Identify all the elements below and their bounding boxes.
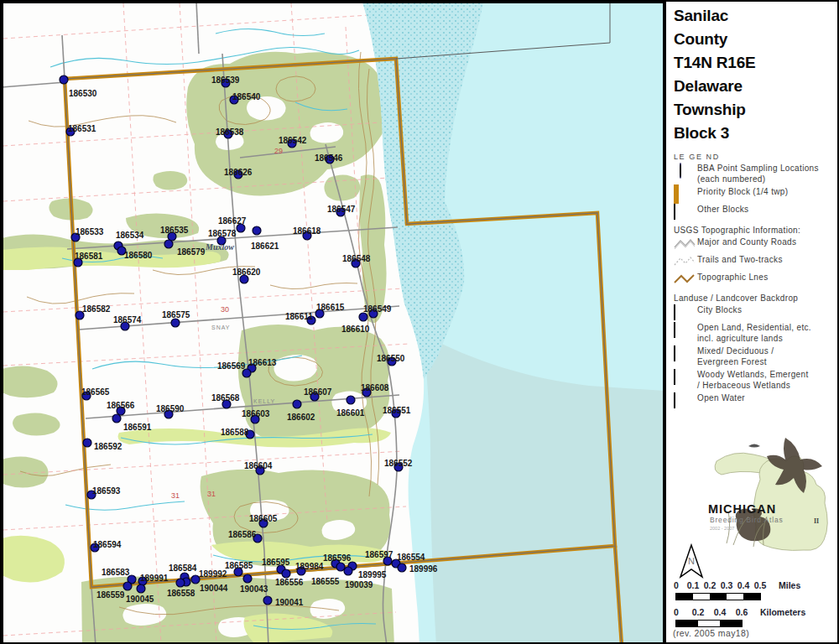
map-annotation: 31 (171, 491, 180, 500)
bba-point-label-186578: 186578 (208, 229, 237, 238)
bba-point-label-186556: 186556 (275, 578, 304, 587)
bba-point-label-186582: 186582 (82, 304, 111, 314)
map-title-line: Sanilac (674, 4, 839, 28)
bba-point-190043[interactable] (243, 574, 252, 583)
legend-label: Topographic Lnes (697, 273, 769, 283)
bba-point-186556[interactable] (282, 569, 290, 578)
legend-item-priority-block: Priority Block (1/4 twp) (674, 187, 839, 202)
bba-point-label-186535: 186535 (160, 226, 189, 235)
scale-unit-label: Miles (779, 580, 800, 590)
legend-item-other-blocks: Other Blocks (674, 205, 839, 220)
legend-landuse-heading: Landuse / Landcover Backdrop (674, 293, 839, 303)
scale-tick: 0.6 (736, 607, 748, 617)
logo-title: MICHIGAN (708, 502, 776, 516)
bba-point-label-186540: 186540 (232, 92, 261, 101)
bba-point-label-186533: 186533 (76, 227, 104, 236)
legend-label: Other Blocks (697, 205, 748, 216)
bba-point-label-186590: 186590 (156, 404, 185, 413)
scale-tick: 0.2 (692, 607, 705, 617)
wetland-swatch-icon (674, 369, 675, 385)
scale-tick: 0 (674, 580, 679, 590)
scale-tick: 0 (674, 607, 679, 617)
legend-label: / Herbaceous Wetlands (697, 381, 790, 390)
bba-point-label-186584: 186584 (169, 564, 197, 573)
legend-heading: LE GE ND (674, 153, 839, 161)
bba-point-label-186558: 186558 (167, 589, 195, 598)
bba-point-label-186605: 186605 (249, 514, 278, 523)
bba-point-186621[interactable] (253, 226, 261, 235)
bba-point-label-186547: 186547 (327, 205, 356, 214)
map-title-line: Block 3 (674, 122, 839, 145)
legend-label: BBA Point Sampling Locations (697, 164, 819, 173)
bba-point-label-186546: 186546 (315, 153, 343, 163)
legend-label: Evergreen Forest (697, 357, 767, 366)
scale-bar-miles-bar (675, 593, 761, 600)
bba-point-label-186620: 186620 (232, 267, 261, 277)
bba-point-label-186552: 186552 (384, 459, 413, 468)
bba-point-label-186594: 186594 (93, 540, 122, 549)
topo-map[interactable]: MuxlowSNAYKELLY30313129 1865301865311865… (2, 2, 664, 644)
bba-point-186530[interactable] (60, 75, 68, 84)
legend-label: (each numbered) (697, 174, 765, 184)
bba-point-label-186603: 186603 (242, 409, 270, 418)
bba-point-190039[interactable] (344, 567, 352, 575)
bba-point-label-190039: 190039 (345, 580, 373, 589)
bba-point-label-190045: 190045 (126, 595, 154, 604)
bba-point-189996[interactable] (398, 564, 406, 572)
bba-point-label-186580: 186580 (124, 251, 153, 260)
bba-point-label-186596: 186596 (323, 553, 352, 563)
bba-point-190041[interactable] (263, 596, 272, 605)
legend-label: Open Land, Residential, etc. (697, 323, 811, 332)
scale-unit-label: Kilometers (760, 607, 805, 617)
bba-point-label-186542: 186542 (279, 136, 307, 145)
bba-point-186601[interactable] (347, 396, 355, 404)
bba-point-label-186531: 186531 (68, 124, 96, 133)
map-title-line: Township (674, 98, 839, 122)
legend-label: Open Water (697, 393, 745, 404)
bba-point-label-186591: 186591 (123, 423, 152, 432)
bba-point-label-186559: 186559 (96, 590, 125, 600)
logo-numeral: II (814, 517, 819, 525)
bba-point-label-186613: 186613 (248, 358, 277, 367)
bba-point-label-189984: 189984 (295, 562, 324, 571)
legend-label: Priority Block (1/4 twp) (697, 187, 788, 198)
bba-point-label-186615: 186615 (316, 303, 345, 312)
bba-point-186559[interactable] (123, 582, 132, 590)
bba-point-186591[interactable] (112, 414, 121, 423)
legend-item-city-blocks: City Blocks (674, 305, 839, 320)
bba-point-label-186586: 186586 (228, 530, 257, 539)
map-annotation: KELLY (253, 398, 275, 404)
legend-label: City Blocks (697, 305, 742, 316)
bba-point-label-186611: 186611 (285, 312, 313, 321)
logo-years: 2002 - 2007 (710, 526, 734, 531)
scale-segment (720, 621, 742, 626)
bba-point-label-186593: 186593 (92, 486, 121, 496)
bba-point-label-190044: 190044 (200, 584, 228, 593)
info-panel: Sanilac County T14N R16E Delaware Townsh… (664, 2, 839, 644)
bba-point-190045[interactable] (137, 584, 145, 593)
bba-point-label-186602: 186602 (287, 413, 315, 422)
open-water-swatch-icon (674, 392, 675, 408)
legend-item-open-land: Open Land, Residential, etc. incl. agric… (674, 323, 839, 344)
michigan-bba-logo: MICHIGAN Breeding Bird Atlas 2002 - 2007… (705, 436, 837, 560)
legend-item-open-water: Open Water (674, 393, 839, 408)
bba-point-186558[interactable] (176, 579, 185, 587)
bba-point-label-186550: 186550 (377, 354, 405, 363)
other-blocks-swatch-icon (674, 204, 675, 220)
bba-point-label-186610: 186610 (341, 325, 370, 334)
bba-point-label-190043: 190043 (240, 584, 268, 594)
bba-point-186579[interactable] (164, 240, 173, 248)
legend-item-bba-points: BBA Point Sampling Locations (each numbe… (674, 164, 839, 184)
road-zigzag-icon (674, 238, 696, 249)
bba-point-186592[interactable] (83, 439, 91, 447)
bba-point-label-186569: 186569 (217, 361, 246, 371)
map-annotation: SNAY (211, 325, 231, 330)
topo-zigzag-icon (674, 273, 696, 284)
bba-point-186602[interactable] (293, 400, 301, 408)
bba-point-label-189991: 189991 (140, 574, 169, 583)
distant-bird-icon (748, 444, 760, 448)
bba-point-186555[interactable] (336, 563, 345, 571)
bba-point-186610[interactable] (359, 313, 367, 321)
bba-point-186575[interactable] (171, 319, 180, 327)
bba-point-label-186607: 186607 (304, 387, 332, 397)
